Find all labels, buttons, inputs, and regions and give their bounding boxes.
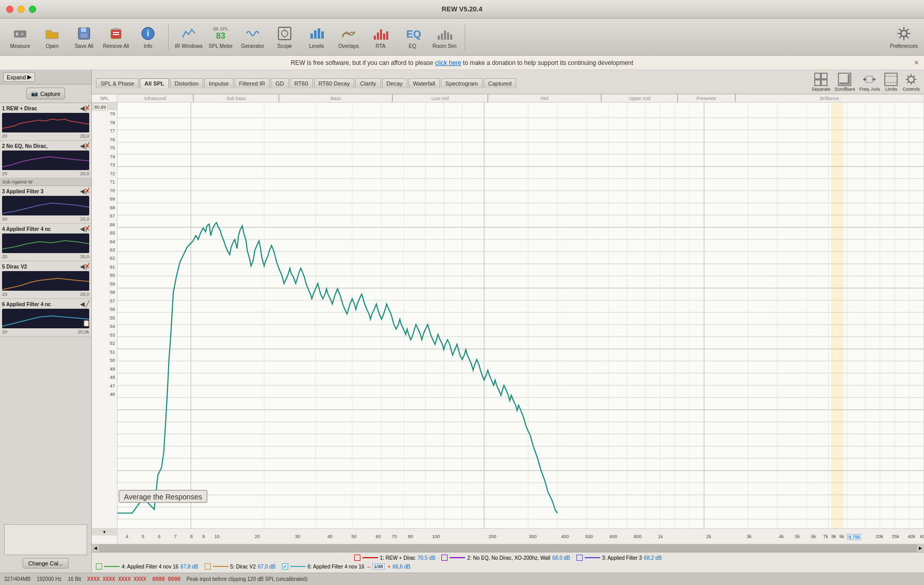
remove-all-button[interactable]: Remove All: [101, 22, 131, 53]
legend-check-1[interactable]: [354, 555, 360, 561]
expand-button[interactable]: Expand ▶: [3, 72, 35, 82]
svg-rect-43: [885, 73, 897, 86]
svg-rect-34: [815, 80, 820, 86]
legend-check-2[interactable]: [441, 555, 448, 561]
rta-button[interactable]: RTA: [366, 22, 395, 53]
tab-gd[interactable]: GD: [271, 78, 289, 88]
tab-all-spl[interactable]: All SPL: [140, 78, 169, 88]
info-label: Info: [144, 43, 153, 49]
overlays-button[interactable]: Overlays: [334, 22, 364, 53]
preferences-button[interactable]: Preferences: [889, 22, 919, 53]
notification-close[interactable]: ×: [914, 58, 919, 68]
x-tick-7: 7: [174, 534, 176, 539]
y-tick-68: 68: [110, 205, 115, 210]
legend-check-6[interactable]: [282, 563, 288, 570]
measurement-info-6[interactable]: 📋: [82, 320, 90, 327]
tab-clarity[interactable]: Clarity: [355, 78, 381, 88]
maximize-button[interactable]: [29, 6, 36, 13]
donation-link[interactable]: click here: [435, 59, 461, 66]
svg-marker-40: [873, 77, 876, 81]
levels-button[interactable]: Levels: [302, 22, 332, 53]
legend-control-6[interactable]: 1/48: [372, 563, 385, 570]
legend-bar: 1: REW + Dirac 70,5 dB 2: No EQ, No Dira…: [92, 552, 924, 573]
status-message: Peak input before clipping 120 dB SPL (u…: [187, 576, 308, 582]
capture-section: 📷 Capture: [0, 85, 91, 103]
legend-check-5[interactable]: [205, 563, 211, 570]
tab-impulse[interactable]: Impulse: [204, 78, 234, 88]
measure-button[interactable]: Measure: [5, 22, 35, 53]
limits-tool[interactable]: Limits: [884, 72, 898, 92]
calibration-display: [4, 524, 87, 555]
y-tick-77: 77: [110, 128, 115, 133]
scrollbars-tool[interactable]: Scrollbars: [834, 72, 855, 92]
data-field-2: 0000 0000: [153, 576, 180, 582]
spl-meter-button[interactable]: dB SPL 83 SPL Meter: [206, 22, 236, 53]
band-uppermid: Upper mid: [602, 94, 678, 102]
chart-area: SPL & Phase All SPL Distortion Impulse F…: [92, 70, 924, 573]
scrollbar-thumb[interactable]: [99, 544, 917, 552]
y-scroll-down[interactable]: ▼: [92, 528, 117, 536]
generator-button[interactable]: Generator: [238, 22, 268, 53]
measurement-close-1[interactable]: ✕: [84, 104, 90, 111]
svg-rect-27: [441, 34, 443, 40]
tab-spectrogram[interactable]: Spectrogram: [441, 78, 483, 88]
band-infrasound: Infrasound: [118, 94, 194, 102]
ir-windows-button[interactable]: IR Windows: [174, 22, 204, 53]
freq-axis-tool[interactable]: Freq. Axis: [859, 72, 880, 92]
legend-value-4: 67,8 dB: [180, 564, 198, 570]
spl-meter-icon: dB SPL 83: [212, 25, 229, 42]
tab-waterfall[interactable]: Waterfall: [408, 78, 440, 88]
legend-label-3: 3: Applied Filter 3: [602, 555, 642, 561]
tab-spl-phase[interactable]: SPL & Phase: [96, 78, 139, 88]
controls-label: Controls: [902, 87, 920, 92]
tab-captured[interactable]: Captured: [484, 78, 516, 88]
sidebar-header: Expand ▶: [0, 70, 91, 85]
save-all-button[interactable]: Save All: [69, 22, 99, 53]
info-button[interactable]: i Info: [133, 22, 163, 53]
tab-rt60[interactable]: RT60: [290, 78, 313, 88]
scroll-right[interactable]: ▶: [917, 544, 924, 552]
x-tick-7k: 7k: [823, 534, 829, 539]
change-cal-button[interactable]: Change Cal...: [23, 558, 69, 569]
legend-value-6: 66,6 dB: [393, 564, 410, 570]
svg-text:Average the Responses: Average the Responses: [124, 493, 202, 501]
rta-label: RTA: [375, 43, 385, 49]
legend-check-3[interactable]: [576, 555, 583, 561]
svg-rect-37: [839, 82, 850, 85]
svg-rect-28: [444, 30, 446, 40]
y-tick-58: 58: [110, 290, 115, 295]
open-button[interactable]: Open: [37, 22, 67, 53]
eq-button[interactable]: EQ EQ: [398, 22, 427, 53]
controls-tool[interactable]: Controls: [902, 72, 920, 92]
scroll-left[interactable]: ◀: [92, 544, 99, 552]
x-tick-100: 100: [432, 534, 440, 539]
tab-distortion[interactable]: Distortion: [170, 78, 203, 88]
legend-label-6: 6: Applied Filter 4 nov 16: [308, 564, 365, 570]
measurement-close-5[interactable]: ✕: [84, 262, 90, 270]
horizontal-scrollbar[interactable]: ◀ ▶: [92, 544, 924, 552]
chart-main[interactable]: Infrasound Sub bass Bass Low mid Mid Upp…: [118, 94, 924, 544]
tab-rt60-decay[interactable]: RT60 Decay: [314, 78, 355, 88]
measurement-item-4: 4 Applied Filter 4 nc ◀ ╱ 20 20,0 ✕: [0, 224, 91, 261]
measurement-close-2[interactable]: ✕: [84, 142, 90, 149]
y-tick-72: 72: [110, 171, 115, 176]
y-tick-69: 69: [110, 196, 115, 202]
measurement-close-3[interactable]: ✕: [84, 187, 90, 194]
measurement-solo-6[interactable]: ◀: [80, 300, 85, 308]
tab-bar: SPL & Phase All SPL Distortion Impulse F…: [92, 70, 924, 94]
svg-rect-24: [386, 31, 388, 40]
capture-button[interactable]: 📷 Capture: [26, 88, 65, 99]
measurement-close-4[interactable]: ✕: [84, 225, 90, 232]
scope-button[interactable]: Scope: [270, 22, 300, 53]
x-tick-6: 6: [158, 534, 160, 539]
measurement-edit-6[interactable]: ╱: [86, 300, 89, 308]
remove-all-label: Remove All: [103, 43, 129, 49]
room-sim-button[interactable]: Room Sim: [430, 22, 459, 53]
close-button[interactable]: [6, 6, 13, 13]
tab-filtered-ir[interactable]: Filtered IR: [235, 78, 270, 88]
y-tick-63: 63: [110, 247, 115, 253]
separate-tool[interactable]: Separate: [812, 72, 831, 92]
legend-check-4[interactable]: [96, 563, 102, 570]
tab-decay[interactable]: Decay: [382, 78, 407, 88]
minimize-button[interactable]: [18, 6, 25, 13]
